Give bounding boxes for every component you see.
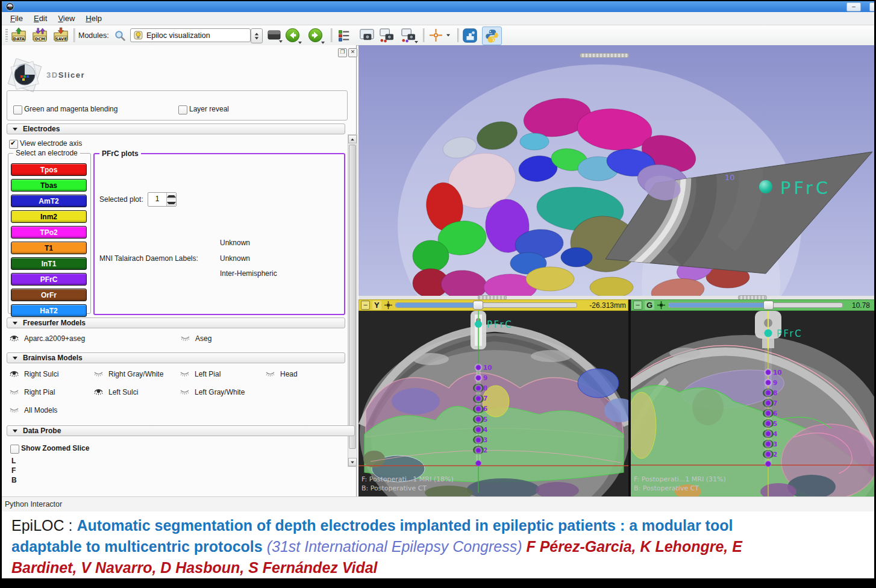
menu-view[interactable]: View	[54, 13, 82, 24]
eye-closed-icon[interactable]	[265, 369, 275, 379]
mni-label-3: Inter-Hemispheric	[220, 269, 277, 278]
panel-close-button[interactable]: ✕	[348, 48, 357, 57]
model-item-right-pial[interactable]: Right Pial	[9, 387, 93, 397]
model-item-aseg[interactable]: Aseg	[180, 333, 344, 343]
model-item-right-sulci[interactable]: Right Sulci	[9, 369, 93, 379]
maximize-button-clipped[interactable]	[869, 2, 874, 11]
module-history-back-button[interactable]	[284, 27, 301, 43]
module-history-forward-button[interactable]	[307, 27, 324, 43]
menu-bar: File Edit View Help	[2, 12, 874, 25]
electrode-button-hat2[interactable]: HaT2	[11, 304, 87, 317]
module-search-button[interactable]	[111, 27, 128, 43]
model-item-left-gray-white[interactable]: Left Gray/White	[180, 387, 265, 397]
electrode-button-int1[interactable]: InT1	[11, 257, 87, 270]
menu-file[interactable]: File	[7, 13, 30, 24]
slice-collapse-button[interactable]: –	[361, 301, 370, 310]
model-item-left-pial[interactable]: Left Pial	[180, 369, 265, 379]
slice-axis-label[interactable]: G	[645, 301, 654, 310]
svg-text:2: 2	[483, 446, 487, 454]
slice-offset-slider[interactable]	[395, 302, 577, 308]
python-interactor-strip[interactable]: Python Interactor	[2, 496, 874, 511]
section-electrodes[interactable]: Electrodes	[7, 124, 345, 134]
menu-help[interactable]: Help	[82, 13, 109, 24]
section-data-probe[interactable]: Data Probe	[7, 425, 355, 436]
eye-closed-icon[interactable]	[180, 334, 190, 343]
model-item-head[interactable]: Head	[265, 369, 344, 379]
section-freesurfer-models[interactable]: Freesurfer Models	[7, 317, 345, 328]
view-splitter-handle[interactable]	[580, 53, 629, 58]
model-label: Head	[280, 370, 298, 378]
eye-open-icon[interactable]	[93, 387, 104, 397]
extensions-manager-button[interactable]	[461, 27, 478, 43]
model-item-left-sulci[interactable]: Left Sulci	[93, 387, 180, 397]
electrode-button-t1[interactable]: T1	[11, 242, 87, 254]
module-selector-combobox[interactable]: Epiloc visualization	[130, 28, 251, 42]
electrode-button-tbas[interactable]: Tbas	[11, 179, 87, 192]
pfrc-plots-title: PFrC plots	[99, 149, 141, 158]
svg-text:3: 3	[483, 436, 487, 443]
scrollbar-thumb[interactable]	[349, 145, 356, 449]
electrode-button-tpo2[interactable]: TPo2	[11, 226, 87, 239]
electrode-button-tpos[interactable]: Tpos	[11, 163, 87, 176]
green-magenta-checkbox[interactable]	[13, 105, 22, 114]
eye-closed-icon[interactable]	[180, 369, 190, 379]
eye-open-icon[interactable]	[9, 369, 19, 379]
slider-handle[interactable]	[473, 301, 483, 310]
menu-edit[interactable]: Edit	[30, 13, 54, 24]
svg-text:DCM: DCM	[35, 36, 45, 41]
modules-list-button[interactable]	[336, 27, 352, 43]
threed-view[interactable]: 10 PFrC	[358, 45, 874, 296]
scroll-down-button[interactable]	[348, 458, 357, 466]
model-item-all-models[interactable]: All Models	[9, 405, 93, 415]
panel-scrollbar[interactable]	[348, 134, 357, 467]
minimize-button[interactable]: –	[846, 2, 861, 11]
crosshair-button[interactable]	[427, 27, 444, 43]
slider-handle[interactable]	[763, 301, 774, 310]
eye-open-icon[interactable]	[9, 334, 19, 343]
svg-text:4: 4	[773, 430, 777, 437]
scroll-up-button[interactable]	[348, 135, 357, 143]
electrode-button-amt2[interactable]: AmT2	[11, 195, 87, 207]
selected-plot-spinbox[interactable]: 1	[148, 192, 177, 207]
crosshair-icon	[429, 28, 443, 42]
section-brainvisa-models[interactable]: Brainvisa Models	[7, 352, 345, 363]
mni-daemon-label: MNI Talairach Daemon Labels:	[99, 254, 198, 263]
save-button[interactable]: SAVE	[52, 27, 69, 43]
view-electrode-axis-label: View electrode axis	[20, 139, 82, 148]
slice-offset-slider[interactable]	[668, 302, 843, 308]
scene-views-capture-button[interactable]	[378, 27, 395, 43]
layer-reveal-checkbox[interactable]	[178, 105, 187, 114]
slice-pin-icon[interactable]	[657, 301, 666, 310]
model-item-right-gray-white[interactable]: Right Gray/White	[93, 369, 180, 379]
dcm-button[interactable]: DCM	[31, 27, 48, 43]
slice-axis-label[interactable]: Y	[372, 301, 381, 310]
spinbox-arrows[interactable]	[166, 193, 176, 206]
electrode-button-pfrc[interactable]: PFrC	[11, 273, 87, 286]
model-label: All Models	[24, 406, 57, 414]
panel-float-button[interactable]: ❐	[338, 48, 347, 57]
eye-closed-icon[interactable]	[9, 387, 19, 397]
python-icon	[484, 28, 499, 43]
data-button[interactable]: DATA	[10, 27, 27, 43]
slice-view-yellow[interactable]: PFrC F: Postoperati...1 MRI (18%) B: Pos…	[358, 311, 628, 496]
python-interactor-button[interactable]	[482, 27, 502, 45]
scene-views-restore-button[interactable]	[399, 27, 416, 43]
show-zoomed-slice-checkbox[interactable]	[10, 445, 19, 454]
title-bar[interactable]: –	[2, 1, 874, 12]
slice-collapse-button[interactable]: –	[633, 301, 642, 310]
eye-closed-icon[interactable]	[9, 405, 19, 415]
eye-closed-icon[interactable]	[93, 369, 104, 379]
crosshair-menu-button[interactable]	[443, 27, 453, 43]
slice-pin-icon[interactable]	[384, 301, 393, 310]
electrode-button-inm2[interactable]: Inm2	[11, 210, 87, 223]
show-module-panel-button[interactable]	[266, 27, 283, 43]
toolbar-grip[interactable]	[5, 29, 8, 42]
slice-view-green[interactable]: PFrC F: Postoperati...1 MRI (31%) B: Pos…	[631, 311, 874, 496]
eye-closed-icon[interactable]	[180, 387, 190, 397]
module-combo-spinner[interactable]	[251, 28, 263, 43]
model-item-aparc-a2009-aseg[interactable]: Aparc.a2009+aseg	[9, 333, 180, 343]
screenshot-button[interactable]	[358, 27, 375, 43]
view-electrode-axis-checkbox[interactable]	[9, 140, 18, 149]
toolbar-separator	[423, 28, 425, 42]
electrode-button-orfr[interactable]: OrFr	[11, 289, 87, 301]
